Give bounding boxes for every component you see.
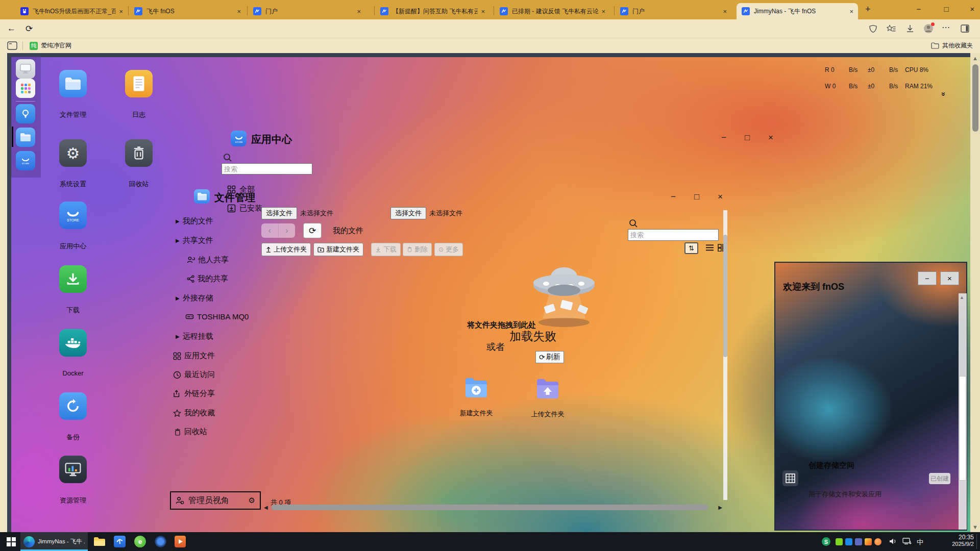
sidebar-item-external-storage[interactable]: ▶ 外接存储 [176,293,213,303]
taskbar-active-task[interactable]: JimmyNas - 飞牛 ... [20,532,88,551]
page-scrollbar[interactable]: ▲ ▼ [970,53,980,532]
file-manager-search-input[interactable] [628,229,719,241]
horizontal-scrollbar[interactable]: ◀ ▶ [264,504,722,511]
app-center-search-input[interactable] [222,163,312,174]
tray-icon-green[interactable] [836,538,843,545]
refresh-button[interactable]: ⟳ [303,223,322,238]
file-manager-close-button[interactable]: × [718,192,723,202]
scroll-down-icon[interactable]: ▼ [972,524,978,530]
start-button[interactable] [7,537,16,548]
app-center-close-button[interactable]: × [768,133,773,143]
expand-arrow-icon[interactable]: ▶ [176,295,180,301]
welcome-scroll-up-icon[interactable]: ▲ [960,295,964,300]
dock-log-icon[interactable] [16,104,35,123]
welcome-scrollbar-thumb[interactable] [959,376,966,481]
sidebar-panel-icon[interactable] [961,24,969,35]
sort-button[interactable]: ⇅ [684,242,698,254]
retry-refresh-button[interactable]: ⟳ 刷新 [535,351,564,363]
show-desktop-divider[interactable] [976,534,977,549]
tab-jimmynas-active[interactable]: JimmyNas - 飞牛 fnOS × [737,3,858,19]
new-tab-button[interactable]: + [865,4,871,15]
profile-avatar[interactable] [923,23,934,36]
tray-icon-fox[interactable] [874,538,881,545]
taskbar-media-player-icon[interactable] [175,536,186,547]
nav-back-button[interactable]: ‹ [261,223,279,238]
horizontal-scrollbar-thumb[interactable] [272,505,708,510]
downloads-icon[interactable] [906,24,914,35]
desktop-icon-file-manager[interactable]: 文件管理 [59,70,87,97]
desktop-icon-docker[interactable]: Docker [59,329,87,357]
desktop-icon-recycle-bin[interactable]: 回收站 [125,139,153,167]
taskbar-app-navy-icon[interactable] [155,536,166,547]
expand-arrow-icon[interactable]: ▶ [176,218,180,224]
dock-file-manager-icon[interactable] [16,128,35,147]
expand-arrow-icon[interactable]: ▶ [176,334,180,339]
tray-icon-blue[interactable] [845,538,852,545]
app-center-maximize-button[interactable]: □ [745,133,750,143]
tab-close-icon[interactable]: × [119,8,123,15]
tab-close-icon[interactable]: × [723,8,727,15]
sidebar-item-remote-mount[interactable]: ▶ 远程挂载 [176,332,213,341]
tab-close-icon[interactable]: × [237,8,241,15]
file-manager-maximize-button[interactable]: □ [694,192,699,202]
upload-folder-button[interactable]: 上传文件夹 [261,243,311,256]
app-center-minimize-button[interactable]: − [721,133,726,143]
back-icon[interactable]: ← [7,23,16,34]
file-list-scrollbar[interactable] [723,210,727,500]
app-center-menu-installed[interactable]: 已安装 [227,204,262,213]
window-maximize-button[interactable]: □ [939,5,954,13]
welcome-minimize-button[interactable]: − [918,271,937,285]
desktop-icon-app-center[interactable]: STORE 应用中心 [59,202,87,229]
tab-close-icon[interactable]: × [849,8,853,15]
page-scrollbar-thumb[interactable] [972,64,978,132]
sidebar-item-recycle-bin[interactable]: 回收站 [174,427,207,437]
download-button[interactable]: 下载 [371,243,401,256]
more-button[interactable]: ⊙ 更多 [434,243,463,256]
ime-indicator[interactable]: 中 [917,538,923,547]
tray-network-icon[interactable] [902,537,912,547]
tab-actions-icon[interactable] [7,41,17,52]
favorites-bar-icon[interactable] [887,24,896,35]
tray-icon-s[interactable]: S [822,537,830,546]
scroll-left-icon[interactable]: ◀ [264,505,268,510]
window-minimize-button[interactable]: − [911,5,926,13]
nav-forward-button[interactable]: › [279,223,296,238]
new-folder-button[interactable]: 新建文件夹 [313,243,363,256]
desktop-icon-logs[interactable]: 日志 [125,70,153,97]
sidebar-item-shared-files[interactable]: ▶ 共享文件 [176,236,213,245]
desktop-icon-resource-monitor[interactable]: 资源管理 [59,456,87,483]
file-list-scrollbar-thumb[interactable] [723,235,727,357]
dock-app-grid-icon[interactable] [16,79,35,98]
sidebar-item-favorites[interactable]: 我的收藏 [173,408,215,418]
welcome-close-button[interactable]: × [940,271,959,285]
new-folder-action[interactable]: 新建文件夹 [448,376,504,418]
tab-close-icon[interactable]: × [481,8,485,15]
sidebar-item-app-files[interactable]: 应用文件 [173,351,215,361]
tab-close-icon[interactable]: × [601,8,605,15]
tray-icon-gold[interactable] [865,538,872,545]
admin-gear-icon[interactable]: ⚙ [249,496,255,505]
window-close-button[interactable]: × [965,5,980,13]
browser-essentials-icon[interactable] [869,24,877,35]
dock-app-store-icon[interactable]: STORE [16,151,35,170]
file-chooser-button-2[interactable]: 选择文件 [390,207,426,219]
tab-portal-1[interactable]: 门户 × [248,3,365,19]
sidebar-item-my-files[interactable]: ▶ 我的文件 [176,216,213,226]
desktop-icon-backup[interactable]: 备份 [59,392,87,420]
list-view-icon[interactable] [705,244,714,254]
bookmark-aichunjing[interactable]: 纯 爱纯净官网 [30,41,71,50]
desktop-icon-settings[interactable]: ⚙ 系统设置 [59,139,87,167]
tab-close-icon[interactable]: × [357,8,361,15]
stats-collapse-chevron-icon[interactable]: » [940,92,948,96]
taskbar-file-explorer-icon[interactable] [93,536,106,549]
upload-folder-action[interactable]: 上传文件夹 [520,377,576,419]
tab-forum-feedback[interactable]: 已排期 - 建议反馈 飞牛私有云论坛 × [495,3,610,19]
sidebar-item-others-shared[interactable]: 他人共享 [187,255,229,265]
scroll-up-icon[interactable]: ▲ [972,55,978,61]
tab-fnos[interactable]: 飞牛 fnOS × [129,3,246,19]
taskbar-browser-green-icon[interactable]: e [134,536,146,547]
file-chooser-button-1[interactable]: 选择文件 [261,207,297,219]
refresh-icon[interactable]: ⟳ [26,23,33,34]
tab-portal-2[interactable]: 门户 × [615,3,731,19]
desktop-icon-downloads[interactable]: 下载 [59,265,87,293]
